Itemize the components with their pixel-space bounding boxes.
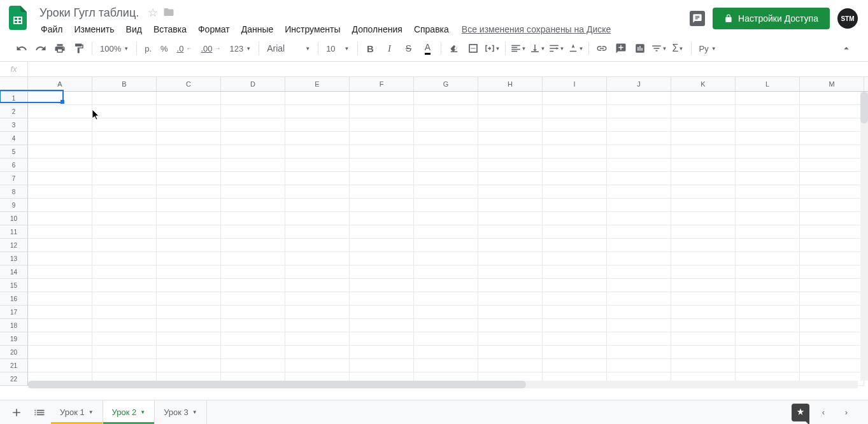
cell[interactable] <box>414 239 478 252</box>
bold-button[interactable]: B <box>362 39 380 57</box>
text-wrap-button[interactable]: ▼ <box>548 39 566 57</box>
horizontal-align-button[interactable]: ▼ <box>509 39 527 57</box>
cell[interactable] <box>414 212 478 225</box>
cell[interactable] <box>478 105 543 118</box>
more-formats-button[interactable]: 123▼ <box>226 41 255 56</box>
cell[interactable] <box>736 225 800 239</box>
cell[interactable] <box>221 199 285 212</box>
cell[interactable] <box>800 292 864 306</box>
cell[interactable] <box>221 172 285 185</box>
cell[interactable] <box>478 346 543 359</box>
sheet-tab-menu-icon[interactable]: ▼ <box>140 409 145 415</box>
cell[interactable] <box>607 279 671 292</box>
row-header-19[interactable]: 19 <box>0 332 27 346</box>
cell[interactable] <box>800 145 864 159</box>
cell[interactable] <box>414 332 478 346</box>
cell[interactable] <box>543 306 607 319</box>
cell[interactable] <box>736 92 800 105</box>
sheet-nav-left-button[interactable]: ‹ <box>815 404 832 421</box>
cell[interactable] <box>478 145 543 159</box>
cell[interactable] <box>736 359 800 372</box>
cell[interactable] <box>671 319 736 332</box>
cell[interactable] <box>736 346 800 359</box>
cell[interactable] <box>543 212 607 225</box>
column-header-H[interactable]: H <box>478 77 543 91</box>
row-header-13[interactable]: 13 <box>0 252 27 265</box>
column-header-G[interactable]: G <box>414 77 478 91</box>
cell[interactable] <box>221 292 285 306</box>
cell[interactable] <box>28 118 92 132</box>
cell[interactable] <box>157 92 221 105</box>
cell[interactable] <box>478 159 543 172</box>
cell[interactable] <box>736 239 800 252</box>
cell[interactable] <box>350 306 414 319</box>
save-status[interactable]: Все изменения сохранены на Диске <box>462 24 611 34</box>
cell[interactable] <box>607 159 671 172</box>
cell[interactable] <box>92 105 157 118</box>
cell[interactable] <box>157 252 221 265</box>
redo-button[interactable] <box>32 39 50 57</box>
cell[interactable] <box>285 292 350 306</box>
cell[interactable] <box>607 92 671 105</box>
text-rotation-button[interactable]: ▼ <box>567 39 585 57</box>
cell[interactable] <box>350 265 414 279</box>
row-header-20[interactable]: 20 <box>0 346 27 359</box>
cell[interactable] <box>607 292 671 306</box>
cell[interactable] <box>607 118 671 132</box>
format-currency-button[interactable]: р. <box>141 41 155 56</box>
cell[interactable] <box>478 212 543 225</box>
cell[interactable] <box>414 92 478 105</box>
paint-format-button[interactable] <box>70 39 88 57</box>
menu-tools[interactable]: Инструменты <box>280 22 345 37</box>
cell[interactable] <box>736 105 800 118</box>
cell[interactable] <box>478 292 543 306</box>
cell[interactable] <box>800 346 864 359</box>
share-button[interactable]: Настройки Доступа <box>713 8 830 29</box>
fill-color-button[interactable] <box>445 39 463 57</box>
cell[interactable] <box>28 105 92 118</box>
cell[interactable] <box>221 145 285 159</box>
sheet-tab-menu-icon[interactable]: ▼ <box>192 409 197 415</box>
cell[interactable] <box>414 346 478 359</box>
cell[interactable] <box>92 185 157 199</box>
cell[interactable] <box>28 199 92 212</box>
cell[interactable] <box>350 199 414 212</box>
cell[interactable] <box>221 159 285 172</box>
cell[interactable] <box>92 292 157 306</box>
cell[interactable] <box>478 252 543 265</box>
cell[interactable] <box>157 105 221 118</box>
cell[interactable] <box>28 132 92 145</box>
cell[interactable] <box>478 239 543 252</box>
cell[interactable] <box>543 292 607 306</box>
cell[interactable] <box>543 319 607 332</box>
cell[interactable] <box>800 92 864 105</box>
cell[interactable] <box>285 172 350 185</box>
cell[interactable] <box>478 132 543 145</box>
cell[interactable] <box>800 159 864 172</box>
row-header-5[interactable]: 5 <box>0 145 27 159</box>
horizontal-scrollbar[interactable] <box>28 381 858 388</box>
cell[interactable] <box>671 132 736 145</box>
cell[interactable] <box>92 118 157 132</box>
cell[interactable] <box>221 132 285 145</box>
cell[interactable] <box>414 359 478 372</box>
functions-button[interactable]: Σ▼ <box>669 39 687 57</box>
cell[interactable] <box>607 132 671 145</box>
cell[interactable] <box>28 145 92 159</box>
cell[interactable] <box>157 212 221 225</box>
cell[interactable] <box>350 145 414 159</box>
cell[interactable] <box>285 239 350 252</box>
cell[interactable] <box>543 346 607 359</box>
cell[interactable] <box>285 319 350 332</box>
menu-format[interactable]: Формат <box>193 22 235 37</box>
row-header-21[interactable]: 21 <box>0 359 27 372</box>
cell[interactable] <box>350 118 414 132</box>
cell[interactable] <box>285 212 350 225</box>
cell[interactable] <box>285 306 350 319</box>
cell[interactable] <box>350 225 414 239</box>
cell[interactable] <box>671 279 736 292</box>
row-header-22[interactable]: 22 <box>0 372 27 386</box>
cell[interactable] <box>28 319 92 332</box>
cell[interactable] <box>736 185 800 199</box>
cell[interactable] <box>28 279 92 292</box>
